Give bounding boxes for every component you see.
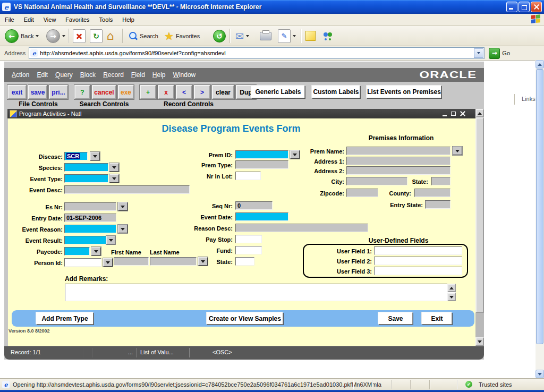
user-field2-field[interactable] [374, 257, 462, 265]
browser-scroll-up-icon[interactable] [536, 60, 544, 69]
links-label[interactable]: Links [522, 96, 536, 102]
event-desc-field[interactable] [64, 185, 190, 194]
user-field3-field[interactable] [374, 267, 462, 275]
paycode-dropdown-icon[interactable] [91, 247, 101, 255]
messenger-button[interactable] [321, 28, 335, 44]
edit-dropdown-icon[interactable] [293, 35, 296, 39]
menu-help[interactable]: Help [117, 15, 139, 24]
home-button[interactable]: ⌂ [105, 28, 116, 44]
inner-restore-icon[interactable] [450, 111, 456, 116]
event-reason-dropdown-icon[interactable] [118, 225, 128, 233]
pay-stop-field[interactable] [235, 235, 262, 243]
next-record-button[interactable]: > [194, 85, 210, 99]
state-field[interactable] [431, 177, 450, 185]
go-button[interactable]: → Go [489, 48, 510, 59]
generic-labels-button[interactable]: Generic Labels [251, 86, 305, 98]
close-button[interactable] [531, 2, 542, 12]
form-scroll-up-icon[interactable] [475, 109, 484, 117]
menu-tools[interactable]: Tools [95, 15, 118, 24]
species-dropdown-icon[interactable] [109, 163, 119, 172]
es-nr-dropdown-icon[interactable] [118, 202, 128, 211]
entry-state-field[interactable] [425, 200, 450, 209]
prem-name-dropdown-icon[interactable] [453, 147, 462, 155]
back-dropdown-icon[interactable] [36, 35, 39, 39]
clear-button[interactable]: clear [212, 85, 234, 99]
search-button[interactable]: Search [126, 28, 160, 44]
remarks-scroll-up-icon[interactable] [447, 284, 456, 292]
event-reason-field[interactable] [64, 225, 116, 233]
paycode-field[interactable] [64, 247, 90, 255]
exit-button[interactable]: exit [7, 85, 27, 99]
add-record-button[interactable]: + [140, 85, 156, 99]
edit-button[interactable]: ✎ [276, 28, 298, 44]
refresh-button[interactable]: ↻ [88, 28, 104, 44]
exit-form-button[interactable]: Exit [422, 312, 452, 325]
menu-favorites[interactable]: Favorites [61, 15, 94, 24]
address-input[interactable]: e http://ahsmdevtest.aphis.usda.gov/form… [29, 47, 484, 59]
prem-name-field[interactable] [346, 147, 450, 155]
event-date-field[interactable] [235, 212, 288, 221]
browser-scrollbar-thumb[interactable] [536, 69, 543, 344]
menu-view[interactable]: View [39, 15, 61, 24]
county-field[interactable] [414, 189, 450, 197]
prem-type-field[interactable] [235, 160, 288, 169]
back-button[interactable]: ← Back [3, 28, 40, 44]
seq-nr-field[interactable] [235, 201, 273, 210]
oracle-menu-help[interactable]: Help [152, 71, 166, 79]
stop-button[interactable] [71, 28, 87, 44]
address1-field[interactable] [346, 157, 450, 165]
oracle-menu-window[interactable]: Window [173, 71, 196, 79]
address2-field[interactable] [346, 166, 450, 175]
prem-id-dropdown-icon[interactable] [290, 150, 300, 159]
save-button[interactable]: save [28, 85, 47, 99]
execute-button[interactable]: exe [118, 85, 134, 99]
zipcode-field[interactable] [346, 189, 378, 197]
species-field[interactable] [64, 163, 108, 172]
menu-edit[interactable]: Edit [19, 15, 39, 24]
discuss-button[interactable] [304, 28, 317, 44]
person-state-field[interactable] [235, 257, 254, 266]
event-type-field[interactable] [64, 174, 108, 183]
oracle-menu-action[interactable]: Action [12, 71, 29, 79]
first-name-field[interactable] [114, 257, 149, 266]
es-nr-field[interactable] [64, 202, 116, 211]
cancel-button[interactable]: cancel [92, 85, 116, 99]
event-type-dropdown-icon[interactable] [109, 174, 119, 183]
form-scroll-down-icon[interactable] [475, 337, 484, 346]
forward-button[interactable]: → [45, 28, 67, 44]
create-or-view-samples-button[interactable]: Create or View Samples [207, 312, 283, 325]
browser-scrollbar[interactable] [536, 60, 544, 378]
entry-date-field[interactable] [64, 214, 116, 222]
oracle-menu-query[interactable]: Query [55, 71, 73, 79]
inner-minimize-icon[interactable] [442, 111, 448, 116]
print-oracle-button[interactable]: pri... [49, 85, 68, 99]
user-field1-field[interactable] [374, 246, 462, 255]
add-prem-type-button[interactable]: Add Prem Type [36, 312, 94, 325]
person-id-dropdown-icon[interactable] [103, 258, 113, 267]
oracle-menu-edit[interactable]: Edit [37, 71, 48, 79]
mail-dropdown-icon[interactable] [246, 35, 249, 39]
print-button[interactable] [258, 28, 273, 44]
add-remarks-field[interactable] [65, 284, 456, 301]
disease-field[interactable]: SCR [64, 152, 88, 160]
last-name-field[interactable] [150, 257, 197, 266]
restore-button[interactable] [518, 2, 530, 12]
inner-close-icon[interactable] [460, 111, 466, 116]
inner-window-titlebar[interactable]: Program Activities - Natl [7, 109, 475, 118]
oracle-menu-record[interactable]: Record [103, 71, 124, 79]
fund-field[interactable] [235, 246, 262, 254]
forward-dropdown-icon[interactable] [62, 35, 65, 39]
mail-button[interactable]: ✉ [234, 28, 251, 44]
prem-id-field[interactable] [235, 150, 288, 159]
form-scrollbar[interactable] [475, 109, 484, 346]
list-events-on-premises-button[interactable]: List Events on Premises [367, 86, 441, 98]
favorites-button[interactable]: ★ Favorites [163, 28, 201, 44]
reason-desc-field[interactable] [235, 224, 368, 232]
person-id-field[interactable] [64, 258, 101, 267]
browser-scroll-down-icon[interactable] [536, 370, 544, 378]
history-button[interactable]: ↺ [211, 28, 227, 44]
event-result-dropdown-icon[interactable] [106, 236, 115, 244]
disease-dropdown-icon[interactable] [90, 152, 100, 160]
city-field[interactable] [346, 177, 407, 185]
minimize-button[interactable] [506, 2, 517, 12]
